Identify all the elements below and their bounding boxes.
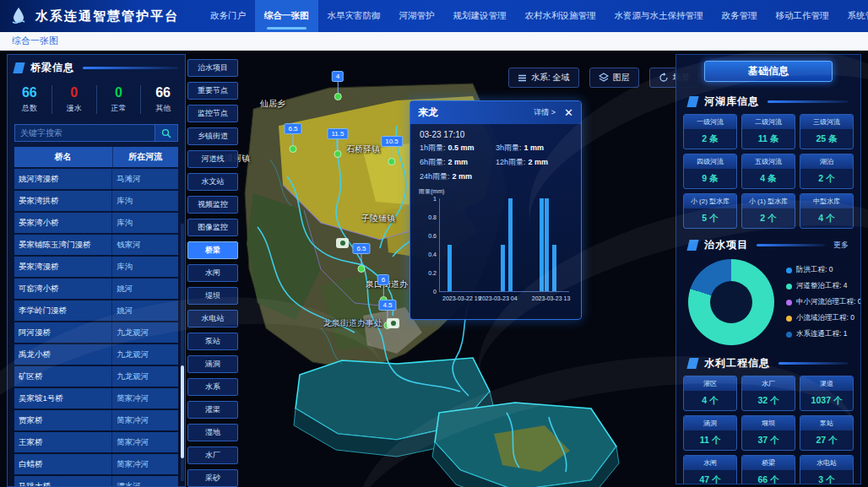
layer-menu-item[interactable]: 水闸: [187, 264, 238, 282]
stat-cell[interactable]: 水电站3 个: [800, 455, 854, 484]
layer-menu-item[interactable]: 水电站: [187, 310, 238, 327]
stat-cell[interactable]: 水闸47 个: [683, 455, 737, 484]
map-marker[interactable]: 10.5: [381, 136, 403, 165]
nav-item[interactable]: 农村水利设施管理: [516, 0, 605, 32]
y-tick-label: 0: [420, 289, 437, 295]
camera-icon[interactable]: [387, 318, 399, 328]
nav-item[interactable]: 水旱灾害防御: [318, 0, 390, 32]
nav-item[interactable]: 移动工作管理: [767, 0, 838, 32]
legend-dot: [786, 332, 792, 338]
stat-cell[interactable]: 五级河流4 条: [741, 154, 795, 189]
table-row[interactable]: 阿河漫桥九龙观河: [14, 322, 178, 343]
stat-cell[interactable]: 二级河流11 条: [741, 114, 795, 149]
scrollbar-thumb[interactable]: [181, 365, 184, 458]
nav-item[interactable]: 政务管理: [713, 0, 767, 32]
rain-bar: [552, 245, 556, 291]
table-row[interactable]: 晏家湾拱桥库沟: [14, 191, 178, 211]
layer-menu-item[interactable]: 泵站: [187, 333, 238, 350]
table-row[interactable]: 王家桥简家冲河: [14, 432, 178, 452]
stat-cell[interactable]: 桥梁66 个: [741, 455, 795, 484]
search-button[interactable]: [155, 124, 178, 142]
table-row[interactable]: 姚河湾漫桥马滩河: [14, 169, 178, 189]
bridge-name-cell: 吴家坡1号桥: [14, 388, 111, 409]
table-row[interactable]: 矿区桥九龙观河: [14, 366, 178, 387]
search-input[interactable]: [14, 124, 155, 142]
layer-menu: 治水项目重要节点监控节点乡镇街道河道线水文站视频监控图像监控桥梁水闸堤坝水电站泵…: [187, 59, 238, 487]
camera-icon[interactable]: [336, 238, 349, 248]
layer-menu-item[interactable]: 重要节点: [187, 82, 238, 100]
metric-label: 12h雨量:: [496, 158, 526, 166]
table-row[interactable]: 晏家湾漫桥库沟: [14, 257, 178, 277]
water-projects-section-title: 治水项目: [704, 238, 748, 252]
map-controls: 水系: 全域 图层 场景: [508, 68, 699, 88]
table-row[interactable]: 晏家湾小桥库沟: [14, 213, 178, 233]
map-marker[interactable]: 4: [332, 71, 344, 100]
layer-menu-item[interactable]: 水厂: [187, 446, 238, 464]
stat-cell[interactable]: 堰坝37 个: [741, 415, 795, 451]
layer-menu-item[interactable]: 治水项目: [187, 59, 238, 77]
map-marker[interactable]: 6.5: [352, 243, 370, 273]
layer-menu-item[interactable]: 堤坝: [187, 287, 238, 305]
layer-menu-item[interactable]: 监控节点: [187, 105, 238, 122]
legend-label: 河道整治工程: 4: [796, 281, 847, 291]
basic-info-button[interactable]: 基础信息: [704, 61, 833, 82]
stat-cell[interactable]: 小 (1) 型水库2 个: [741, 193, 795, 229]
nav-item[interactable]: 综合一张图: [255, 0, 318, 32]
layer-menu-item[interactable]: 涵洞: [187, 355, 238, 373]
layer-menu-item[interactable]: 湿地: [187, 424, 238, 441]
table-row[interactable]: 吴家坡1号桥简家冲河: [14, 388, 178, 409]
legend-label: 小流域治理工程: 0: [796, 313, 854, 323]
stat-cell[interactable]: 渠道1037 个: [800, 376, 854, 411]
cell-value: 4 个: [684, 391, 736, 410]
breadcrumb[interactable]: 综合一张图: [0, 32, 868, 51]
river-name-cell: 库沟: [111, 191, 178, 211]
layer-menu-item[interactable]: 桥梁: [187, 241, 238, 259]
table-row[interactable]: 马跳大桥漂水河: [14, 476, 178, 487]
layers-button[interactable]: 图层: [589, 68, 639, 88]
close-icon[interactable]: ✕: [564, 107, 573, 118]
nav-item[interactable]: 系统管理: [838, 0, 868, 32]
cell-label: 堰坝: [742, 416, 795, 430]
table-row[interactable]: 禹龙小桥九龙观河: [14, 344, 178, 365]
layer-menu-item[interactable]: 乡镇街道: [187, 127, 238, 145]
water-system-filter-button[interactable]: 水系: 全域: [508, 68, 579, 88]
stat-cell[interactable]: 灌区4 个: [683, 376, 737, 411]
table-row[interactable]: 白蜡桥简家冲河: [14, 454, 178, 474]
stat-cell[interactable]: 中型水库4 个: [800, 193, 854, 229]
stat-cell[interactable]: 涵洞11 个: [683, 415, 737, 451]
map-marker[interactable]: 11.5: [328, 128, 349, 158]
rain-bar: [545, 198, 549, 291]
river-name-cell: 姚河: [111, 279, 178, 299]
cell-value: 25 条: [800, 129, 853, 149]
marker-value-tag: 6.5: [352, 243, 370, 254]
stat-cell[interactable]: 湖泊2 个: [800, 154, 854, 189]
stat-cell[interactable]: 小 (2) 型水库5 个: [683, 193, 737, 229]
marker-stem: [361, 254, 362, 265]
more-link[interactable]: 更多: [833, 240, 849, 251]
stat-cell[interactable]: 水厂32 个: [741, 376, 795, 411]
nav-item[interactable]: 水资源与水土保持管理: [605, 0, 713, 32]
layer-menu-item[interactable]: 河道线: [187, 150, 238, 168]
table-row[interactable]: 贾家桥简家冲河: [14, 410, 178, 430]
breadcrumb-item[interactable]: 综合一张图: [12, 35, 58, 47]
table-scrollbar[interactable]: [181, 224, 184, 481]
nav-item[interactable]: 河湖管护: [390, 0, 444, 32]
stat-cell[interactable]: 泵站27 个: [800, 415, 854, 451]
layer-menu-item[interactable]: 图像监控: [187, 219, 238, 236]
layer-menu-item[interactable]: 采砂: [187, 469, 238, 487]
table-row[interactable]: 李学岭门漫桥姚河: [14, 300, 178, 321]
layer-menu-item[interactable]: 灌渠: [187, 401, 238, 419]
layer-menu-item[interactable]: 视频监控: [187, 196, 238, 214]
layer-menu-item[interactable]: 水系: [187, 378, 238, 396]
nav-item[interactable]: 政务门户: [201, 0, 255, 32]
stat-cell[interactable]: 四级河流9 条: [683, 154, 737, 189]
stat-cell[interactable]: 一级河流2 条: [683, 114, 737, 149]
nav-item[interactable]: 规划建设管理: [444, 0, 516, 32]
stat-cell[interactable]: 三级河流25 条: [800, 114, 854, 149]
table-row[interactable]: 可窑湾小桥姚河: [14, 279, 178, 299]
popup-detail-link[interactable]: 详情 >: [534, 107, 556, 118]
table-row[interactable]: 晏家铺陈玉湾门漫桥钱家河: [14, 235, 178, 255]
section-chip-icon: [686, 96, 698, 107]
layer-menu-item[interactable]: 水文站: [187, 173, 238, 191]
map-marker[interactable]: 6.5: [284, 123, 301, 153]
